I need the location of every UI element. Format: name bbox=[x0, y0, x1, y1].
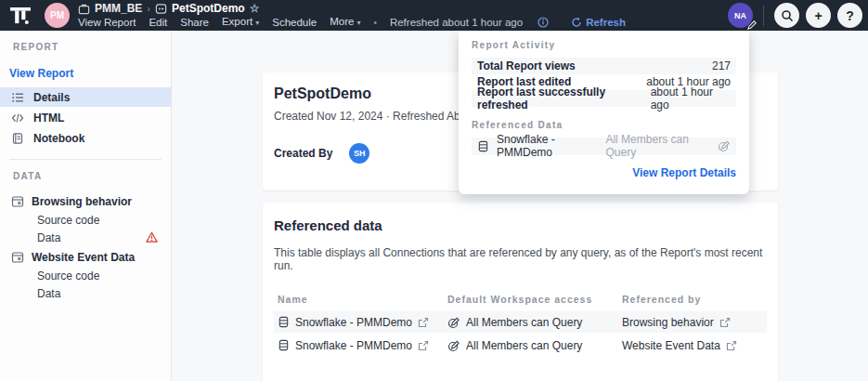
query-access-icon bbox=[447, 316, 460, 329]
view-report-action[interactable]: View Report bbox=[78, 17, 136, 29]
external-link-icon[interactable] bbox=[418, 317, 429, 328]
more-menu[interactable]: More▾ bbox=[330, 16, 360, 29]
access-level: All Members can Query bbox=[466, 339, 582, 352]
search-icon bbox=[781, 9, 794, 22]
sidebar-item-source-code[interactable]: Source code bbox=[0, 267, 171, 284]
referenced-data-card: Referenced data This table displays all … bbox=[263, 203, 778, 381]
table-row: Snowflake - PMMDemo All Members can Quer… bbox=[274, 335, 767, 356]
data-source-name: Browsing behavior bbox=[32, 195, 132, 208]
workspace-avatar[interactable]: PM bbox=[45, 3, 70, 28]
referenced-by-name: Browsing behavior bbox=[622, 316, 714, 329]
sidebar-item-notebook[interactable]: Notebook bbox=[0, 128, 171, 148]
creator-avatar[interactable]: SH bbox=[349, 143, 369, 164]
info-icon[interactable] bbox=[538, 17, 549, 28]
breadcrumb-workspace[interactable]: PMM_BE bbox=[95, 2, 142, 15]
data-source-group: Browsing behavior Source code Data bbox=[0, 192, 171, 246]
refresh-button[interactable]: Refresh bbox=[571, 17, 626, 29]
external-link-icon[interactable] bbox=[719, 317, 731, 328]
chevron-down-icon: ▾ bbox=[356, 19, 360, 27]
column-header-access: Default Workspace access bbox=[447, 294, 622, 305]
top-navigation-bar: PM PMM_BE › PetSpotDemo ☆ View Report Ed… bbox=[0, 0, 868, 31]
connection-name: Snowflake - PMMDemo bbox=[295, 339, 412, 352]
created-by-label: Created By bbox=[274, 147, 332, 160]
sidebar: REPORT View Report Details HTML Notebook… bbox=[0, 31, 172, 381]
report-activity-popup: Report Activity Total Report views 217 R… bbox=[459, 31, 749, 194]
database-icon bbox=[278, 316, 290, 328]
breadcrumb: PMM_BE › PetSpotDemo ☆ bbox=[78, 2, 626, 15]
sidebar-item-details[interactable]: Details bbox=[0, 87, 171, 107]
activity-value: about 1 hour ago bbox=[651, 85, 731, 112]
query-access-icon bbox=[447, 339, 460, 352]
create-new-button[interactable]: + bbox=[806, 3, 831, 28]
sidebar-view-report-link[interactable]: View Report bbox=[0, 63, 171, 84]
sidebar-item-browsing-behavior[interactable]: Browsing behavior bbox=[0, 192, 171, 211]
data-section-label: DATA bbox=[0, 171, 171, 181]
external-link-icon[interactable] bbox=[418, 340, 429, 351]
share-action[interactable]: Share bbox=[180, 17, 209, 29]
activity-label: Report last successfully refreshed bbox=[477, 85, 651, 112]
workspace-icon bbox=[78, 3, 90, 15]
report-action-menu: View Report Edit Share Export▾ Schedule … bbox=[78, 16, 626, 29]
breadcrumb-separator: › bbox=[147, 2, 150, 15]
code-icon bbox=[11, 112, 24, 125]
connection-name: Snowflake - PMMDemo bbox=[497, 133, 605, 159]
referenced-data-header: Referenced Data bbox=[472, 120, 736, 130]
chevron-down-icon: ▾ bbox=[255, 19, 259, 27]
connections-table: Name Default Workspace access Referenced… bbox=[274, 289, 767, 356]
export-menu[interactable]: Export▾ bbox=[222, 16, 259, 29]
notebook-icon bbox=[11, 132, 24, 145]
column-header-referenced-by: Referenced by bbox=[622, 294, 767, 305]
warning-icon bbox=[146, 231, 158, 243]
report-activity-header: Report Activity bbox=[472, 40, 736, 50]
referenced-data-title: Referenced data bbox=[274, 217, 767, 233]
view-report-details-link[interactable]: View Report Details bbox=[472, 166, 736, 179]
help-button[interactable]: ? bbox=[837, 3, 862, 28]
details-list-icon bbox=[11, 91, 24, 104]
data-source-group: Website Event Data Source code Data bbox=[0, 248, 171, 302]
breadcrumb-report-title[interactable]: PetSpotDemo bbox=[172, 2, 245, 15]
sidebar-item-label: Notebook bbox=[33, 132, 84, 145]
mode-logo-icon[interactable] bbox=[9, 6, 32, 26]
table-header-row: Name Default Workspace access Referenced… bbox=[274, 289, 767, 309]
schedule-action[interactable]: Schedule bbox=[272, 17, 317, 29]
refresh-icon bbox=[571, 17, 582, 28]
activity-row: Total Report views 217 bbox=[472, 58, 736, 74]
sidebar-item-label: Details bbox=[33, 91, 70, 104]
referenced-connection-row: Snowflake - PMMDemo All Members can Quer… bbox=[472, 138, 736, 155]
activity-label: Total Report views bbox=[477, 59, 576, 72]
sidebar-item-website-event-data[interactable]: Website Event Data bbox=[0, 248, 171, 267]
report-section-label: REPORT bbox=[0, 42, 171, 52]
table-row: Snowflake - PMMDemo All Members can Quer… bbox=[274, 311, 767, 333]
refreshed-status: Refreshed about 1 hour ago bbox=[390, 17, 523, 29]
sidebar-divider bbox=[9, 159, 162, 160]
sidebar-item-data[interactable]: Data bbox=[0, 284, 171, 302]
activity-row: Report last successfully refreshed about… bbox=[472, 90, 736, 107]
search-button[interactable] bbox=[774, 3, 799, 28]
database-icon bbox=[477, 140, 489, 152]
referenced-data-description: This table displays all Connections that… bbox=[274, 246, 767, 272]
sidebar-item-html[interactable]: HTML bbox=[0, 108, 171, 127]
column-header-name: Name bbox=[274, 294, 447, 305]
favorite-star-icon[interactable]: ☆ bbox=[250, 2, 260, 15]
access-level: All Members can Query bbox=[466, 316, 582, 329]
query-icon bbox=[11, 195, 24, 208]
edit-action[interactable]: Edit bbox=[149, 17, 167, 29]
menu-bullet-separator: • bbox=[373, 17, 377, 29]
sidebar-item-label: HTML bbox=[33, 112, 64, 125]
connection-name: Snowflake - PMMDemo bbox=[295, 316, 412, 329]
user-avatar[interactable]: NA bbox=[728, 3, 753, 28]
query-icon bbox=[11, 251, 24, 264]
query-access-icon[interactable] bbox=[718, 139, 731, 152]
database-icon bbox=[278, 339, 290, 351]
external-link-icon[interactable] bbox=[726, 340, 737, 351]
sidebar-item-source-code[interactable]: Source code bbox=[0, 211, 171, 229]
referenced-by-name: Website Event Data bbox=[622, 339, 720, 352]
data-source-name: Website Event Data bbox=[32, 251, 135, 264]
report-icon bbox=[155, 3, 167, 15]
sidebar-item-data[interactable]: Data bbox=[0, 229, 171, 246]
activity-value: 217 bbox=[712, 59, 731, 72]
access-level: All Members can Query bbox=[605, 133, 731, 159]
topbar-divider bbox=[763, 6, 764, 26]
